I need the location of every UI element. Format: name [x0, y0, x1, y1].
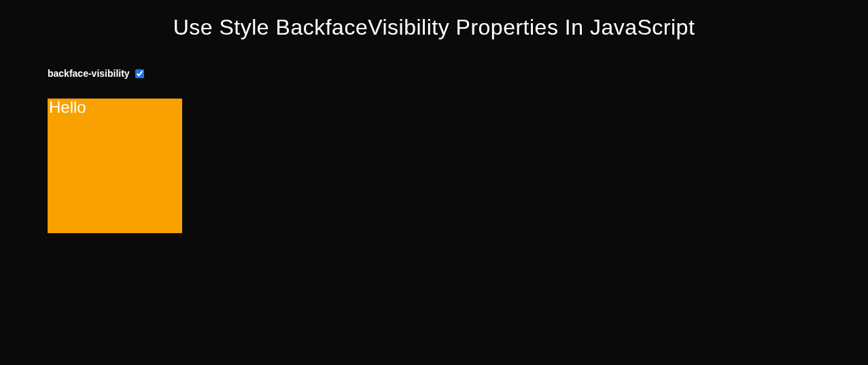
page-title: Use Style BackfaceVisibility Properties …: [0, 0, 868, 40]
controls-row: backface-visibility: [48, 67, 868, 80]
backface-visibility-label: backface-visibility: [48, 68, 130, 79]
demo-box: Hello: [48, 99, 182, 233]
backface-visibility-checkbox[interactable]: [135, 69, 144, 78]
demo-box-text: Hello: [49, 98, 86, 116]
